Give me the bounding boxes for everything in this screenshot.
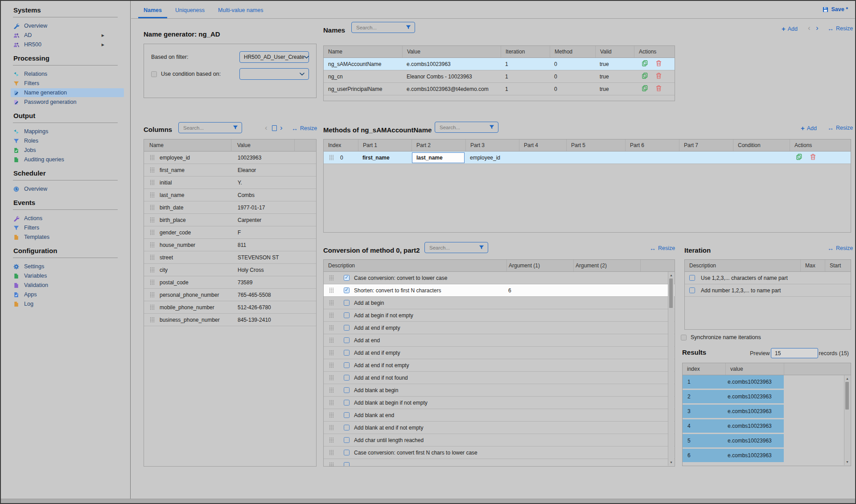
names-table-row[interactable]: ng_cn Eleanor Combs - 10023963 1 0 true [324,70,675,83]
drag-handle-icon[interactable] [329,412,334,418]
names-search[interactable] [351,22,415,33]
drag-handle-icon[interactable] [150,254,155,260]
conversion-checkbox[interactable] [344,350,350,356]
conversion-checkbox[interactable] [344,400,350,406]
drag-handle-icon[interactable] [329,462,334,467]
conversion-checkbox[interactable] [344,437,350,443]
condition-dropdown[interactable] [239,68,309,80]
use-condition-checkbox[interactable] [151,71,157,77]
save-button[interactable]: Save * [823,6,848,12]
drag-handle-icon[interactable] [329,312,334,318]
conversion-table-row[interactable]: Add at end if empty [324,322,675,334]
conversion-checkbox[interactable] [344,337,350,343]
results-table-row[interactable]: 5 e.combs10023963 [683,434,851,449]
tab-names[interactable]: Names [144,7,162,18]
conversion-checkbox[interactable] [344,412,350,418]
columns-table-row[interactable]: last_name Combs [144,189,316,201]
drag-handle-icon[interactable] [329,325,334,331]
results-table-row[interactable]: 4 e.combs10023963 [683,419,851,434]
iteration-checkbox[interactable] [689,287,695,293]
drag-handle-icon[interactable] [329,450,334,455]
drag-handle-icon[interactable] [329,437,334,443]
filter-dropdown[interactable]: HR500_AD_User_Create [239,51,309,63]
drag-handle-icon[interactable] [329,387,334,393]
columns-table-row[interactable]: business_phone_number 845-139-2410 [144,314,316,326]
columns-table-row[interactable]: personal_phone_number 765-465-5508 [144,289,316,301]
names-table-row[interactable]: ng_sAMAccountName e.combs10023963 1 0 tr… [324,58,675,70]
tab-multi-value-names[interactable]: Multi-value names [218,7,263,18]
conversion-table-row[interactable]: Case conversion: convert to lower case [324,272,675,284]
conversion-checkbox[interactable] [344,275,350,281]
drag-handle-icon[interactable] [150,229,155,235]
page-indicator-icon[interactable] [272,125,277,131]
columns-table-row[interactable]: birth_place Carpenter [144,214,316,226]
conversion-checkbox[interactable] [344,312,350,318]
delete-icon[interactable] [810,154,816,161]
sidebar-item-hr500[interactable]: HR500 ▶ [11,40,124,49]
drag-handle-icon[interactable] [329,425,334,430]
sidebar-item-mappings[interactable]: Mappings [11,127,124,136]
conversion-checkbox[interactable] [344,375,350,381]
methods-add-button[interactable]: +Add [801,125,817,131]
sidebar-item-auditing-queries[interactable]: Auditing queries [11,155,124,164]
methods-table-row[interactable]: 0 first_name last_name employee_id [324,152,851,164]
sidebar-item-validation[interactable]: Validation [11,281,124,290]
drag-handle-icon[interactable] [329,350,334,356]
sidebar-item-apps[interactable]: Apps [11,290,124,299]
names-table-row[interactable]: ng_userPrincipalName e.combs10023963@t4e… [324,83,675,95]
conversion-table-row[interactable]: Add blank at end [324,409,675,422]
drag-handle-icon[interactable] [329,337,334,343]
preview-input[interactable] [771,348,818,358]
methods-resize-button[interactable]: ↔Resize [827,125,853,131]
copy-icon[interactable] [642,73,648,80]
scroll-down-icon[interactable]: ▼ [668,459,674,465]
scroll-down-icon[interactable]: ▼ [844,459,850,465]
drag-handle-icon[interactable] [150,167,155,173]
drag-handle-icon[interactable] [150,205,155,210]
results-table-row[interactable]: 2 e.combs10023963 [683,390,851,405]
names-resize-button[interactable]: ↔Resize [827,25,853,32]
conversion-table-row[interactable]: Add at begin if not empty [324,309,675,322]
drag-handle-icon[interactable] [150,217,155,223]
sidebar-item-ad[interactable]: AD ▶ [11,31,124,40]
conversion-table-row[interactable]: Shorten: convert to first N characters 6 [324,284,675,297]
conversion-table-row[interactable] [324,459,675,467]
drag-handle-icon[interactable] [150,292,155,298]
sidebar-item-jobs[interactable]: Jobs [11,146,124,155]
conversion-table-row[interactable]: Add at end if not found [324,372,675,384]
results-scrollbar[interactable]: ▲ ▼ [844,375,850,465]
sidebar-item-scheduler-overview[interactable]: Overview [11,184,124,193]
conversion-checkbox[interactable] [344,325,350,331]
sidebar-item-password-generation[interactable]: Password generation [11,98,124,107]
part3-cell[interactable]: employee_id [465,155,519,161]
sidebar-item-filters[interactable]: Filters [11,79,124,88]
scrollbar-thumb[interactable] [845,382,849,410]
copy-icon[interactable] [642,60,648,68]
part1-cell[interactable]: first_name [358,155,412,161]
conversion-search-input[interactable] [428,245,479,251]
columns-table-row[interactable]: employee_id 10023963 [144,152,316,164]
chevron-right-icon[interactable]: › [816,24,819,32]
copy-icon[interactable] [642,85,648,93]
sidebar-item-variables[interactable]: Variables [11,271,124,280]
sidebar-item-actions[interactable]: Actions [11,214,124,223]
drag-handle-icon[interactable] [150,155,155,160]
conversion-checkbox[interactable] [344,287,350,293]
names-search-input[interactable] [355,25,406,31]
conversion-search[interactable] [424,242,488,253]
sidebar-item-templates[interactable]: Templates [11,233,124,242]
sidebar-item-name-generation[interactable]: Name generation [11,88,124,97]
columns-resize-button[interactable]: ↔Resize [292,125,317,131]
drag-handle-icon[interactable] [329,275,334,281]
iteration-checkbox[interactable] [689,275,695,281]
results-table-row[interactable]: 1 e.combs10023963 [683,375,851,390]
iteration-resize-button[interactable]: ↔Resize [827,245,853,251]
iteration-table-row[interactable]: Use 1,2,3,... characters of name part [685,272,851,284]
drag-handle-icon[interactable] [329,362,334,368]
conversion-scrollbar[interactable]: ▲ ▼ [668,272,674,466]
columns-table-row[interactable]: gender_code F [144,226,316,239]
drag-handle-icon[interactable] [150,279,155,285]
drag-handle-icon[interactable] [150,192,155,198]
sidebar-item-log[interactable]: Log [11,299,124,308]
copy-icon[interactable] [796,154,802,161]
